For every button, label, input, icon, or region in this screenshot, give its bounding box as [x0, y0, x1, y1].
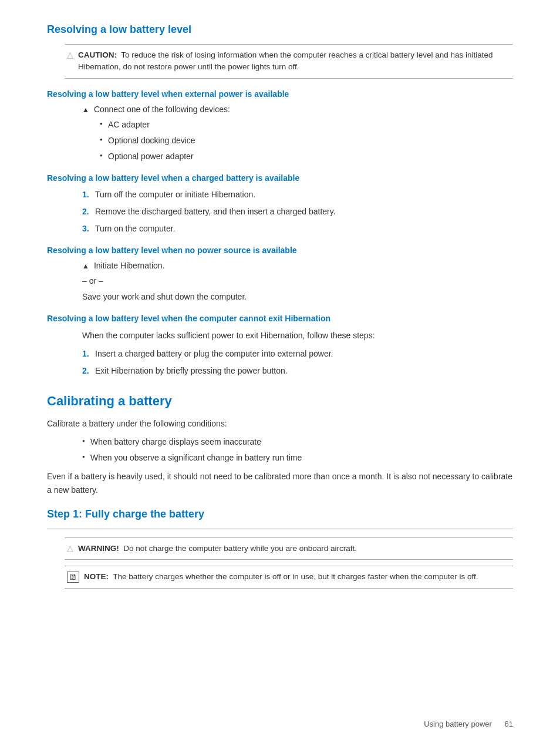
list-item: AC adapter	[100, 119, 513, 131]
caution-text: CAUTION: To reduce the risk of losing in…	[78, 49, 511, 73]
calibrating-intro: Calibrate a battery under the following …	[47, 417, 513, 430]
note-text: NOTE: The battery charges whether the co…	[84, 571, 478, 583]
calibrating-body: Even if a battery is heavily used, it sh…	[47, 470, 513, 496]
step-num: 1.	[82, 189, 95, 201]
triangle-hibernate-item: ▲ Initiate Hibernation.	[82, 261, 513, 270]
step-item: 2. Remove the discharged battery, and th…	[82, 206, 513, 218]
step-num: 3.	[82, 223, 95, 235]
connect-devices-text: Connect one of the following devices:	[94, 105, 230, 114]
calibrating-list: When battery charge displays seem inaccu…	[82, 436, 513, 464]
warning-label: WARNING!	[78, 544, 119, 553]
step-item: 3. Turn on the computer.	[82, 223, 513, 235]
warning-body: Do not charge the computer battery while…	[123, 544, 357, 553]
cannot-exit-steps: 1. Insert a charged battery or plug the …	[82, 348, 513, 377]
note-icon: 🖹	[67, 572, 79, 583]
caution-body: To reduce the risk of losing information…	[78, 51, 493, 71]
note-body: The battery charges whether the computer…	[113, 572, 478, 581]
caution-label: CAUTION:	[78, 51, 117, 59]
warning-box: △ WARNING! Do not charge the computer ba…	[65, 537, 513, 560]
list-item: Optional docking device	[100, 135, 513, 147]
step-text: Turn off the computer or initiate Hibern…	[95, 189, 255, 201]
filled-triangle-icon-2: ▲	[82, 262, 89, 270]
step-item: 1. Turn off the computer or initiate Hib…	[82, 189, 513, 201]
page-footer: Using battery power 61	[424, 720, 513, 728]
list-item: When battery charge displays seem inaccu…	[82, 436, 513, 448]
step-text: Exit Hibernation by briefly pressing the…	[95, 365, 288, 377]
footer-page-number: 61	[505, 720, 513, 728]
or-line: – or –	[82, 275, 513, 287]
heading-cannot-exit: Resolving a low battery level when the c…	[47, 314, 513, 323]
devices-list: AC adapter Optional docking device Optio…	[100, 119, 513, 163]
warning-text: WARNING! Do not charge the computer batt…	[78, 543, 357, 555]
triangle-connect-item: ▲ Connect one of the following devices:	[82, 105, 513, 114]
step-item: 1. Insert a charged battery or plug the …	[82, 348, 513, 360]
heading-calibrating-battery: Calibrating a battery	[47, 394, 513, 410]
step-text: Insert a charged battery or plug the com…	[95, 348, 333, 360]
step-num: 2.	[82, 206, 95, 218]
heading-charged-battery: Resolving a low battery level when a cha…	[47, 173, 513, 183]
step-num: 1.	[82, 348, 95, 360]
footer-label: Using battery power	[424, 720, 492, 728]
charged-battery-steps: 1. Turn off the computer or initiate Hib…	[82, 189, 513, 235]
cannot-exit-intro: When the computer lacks sufficient power…	[82, 329, 513, 342]
caution-triangle-icon: △	[67, 50, 73, 59]
heading-external-power: Resolving a low battery level when exter…	[47, 89, 513, 99]
caution-box: △ CAUTION: To reduce the risk of losing …	[65, 44, 513, 79]
step-text: Turn on the computer.	[95, 223, 175, 235]
warning-triangle-icon: △	[67, 543, 73, 553]
heading-no-power: Resolving a low battery level when no po…	[47, 246, 513, 255]
note-box: 🖹 NOTE: The battery charges whether the …	[65, 566, 513, 588]
filled-triangle-icon: ▲	[82, 106, 89, 114]
heading-step1: Step 1: Fully charge the battery	[47, 508, 513, 522]
heading-resolving-low-battery: Resolving a low battery level	[47, 23, 513, 37]
list-item: Optional power adapter	[100, 150, 513, 163]
step-item: 2. Exit Hibernation by briefly pressing …	[82, 365, 513, 377]
step-num: 2.	[82, 365, 95, 377]
note-label: NOTE:	[84, 572, 109, 581]
step-text: Remove the discharged battery, and then …	[95, 206, 336, 218]
save-line: Save your work and shut down the compute…	[82, 291, 513, 303]
initiate-hibernation-text: Initiate Hibernation.	[94, 261, 165, 270]
list-item: When you observe a significant change in…	[82, 452, 513, 464]
